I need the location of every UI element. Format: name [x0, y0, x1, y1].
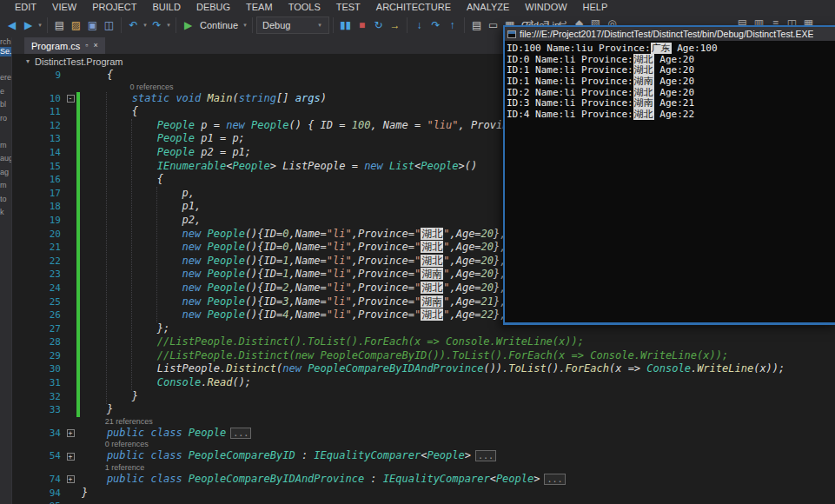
debug-config-dropdown[interactable]: Debug▾	[256, 17, 329, 34]
menu-item-edit[interactable]: EDIT	[7, 2, 44, 12]
continue-caret-icon[interactable]: ▾	[242, 22, 249, 29]
line-number[interactable]: 19	[12, 214, 64, 228]
nav-back-icon[interactable]: ◀	[3, 19, 20, 31]
code-line-54[interactable]: 54+public class PeopleCompareByID : IEqu…	[12, 449, 835, 463]
line-number[interactable]: 95	[12, 500, 64, 504]
line-number[interactable]: 13	[12, 132, 64, 146]
menu-item-architecture[interactable]: ARCHITECTURE	[368, 2, 459, 12]
fold-margin[interactable]	[64, 308, 76, 322]
fold-margin[interactable]	[64, 255, 76, 269]
tab-pin-icon[interactable]: ▫	[85, 42, 88, 50]
code-line-34[interactable]: 34+public class People...	[12, 427, 835, 441]
code-line-94[interactable]: 94}	[12, 487, 835, 501]
redo-icon[interactable]: ↷	[149, 19, 165, 31]
new-project-icon[interactable]: ▤	[51, 19, 68, 31]
line-number[interactable]: 22	[12, 255, 64, 269]
code-line-30[interactable]: 30ListPeople.Distinct(new PeopleCompareB…	[12, 362, 835, 376]
line-number[interactable]: 16	[12, 173, 64, 187]
fold-margin[interactable]	[64, 362, 76, 376]
nav-caret-icon[interactable]: ▾	[36, 22, 43, 29]
line-number[interactable]: 74	[12, 473, 64, 487]
fold-margin[interactable]	[64, 487, 76, 501]
line-number[interactable]: 10	[12, 92, 64, 106]
code-line-32[interactable]: 32}	[12, 390, 835, 404]
fold-margin[interactable]	[64, 376, 76, 390]
line-number[interactable]: 34	[12, 427, 64, 441]
code-line-95[interactable]: 95	[12, 500, 835, 504]
undo-icon[interactable]: ↶	[125, 19, 142, 31]
menu-item-team[interactable]: TEAM	[238, 2, 281, 12]
line-number[interactable]: 26	[12, 308, 64, 322]
line-number[interactable]: 94	[12, 487, 64, 501]
fold-margin[interactable]	[64, 403, 76, 417]
collapsed-region-box[interactable]: ...	[230, 428, 251, 439]
code-line-33[interactable]: 33}	[12, 403, 835, 417]
line-number[interactable]: 25	[12, 295, 64, 309]
menu-item-test[interactable]: TEST	[328, 2, 368, 12]
document-outline-icon[interactable]: ▤	[468, 19, 485, 31]
tab-close-icon[interactable]: ×	[93, 42, 97, 50]
line-number[interactable]: 24	[12, 282, 64, 295]
fold-margin[interactable]	[64, 132, 76, 146]
line-number[interactable]: 17	[12, 187, 64, 201]
collapsed-region-box[interactable]: ...	[475, 450, 496, 461]
fold-margin[interactable]	[64, 349, 76, 363]
fold-margin[interactable]: -	[64, 92, 76, 106]
line-number[interactable]: 33	[12, 403, 64, 417]
menu-item-help[interactable]: HELP	[575, 2, 616, 12]
code-line-74[interactable]: 74+public class PeopleCompareByIDAndProv…	[12, 473, 835, 487]
break-all-icon[interactable]: ▮▮	[337, 19, 354, 31]
panel-selected-item[interactable]: Se...	[0, 47, 11, 56]
fold-margin[interactable]	[64, 214, 76, 228]
menu-item-window[interactable]: WINDOW	[517, 2, 574, 12]
menu-item-build[interactable]: BUILD	[145, 2, 189, 12]
fold-margin[interactable]	[64, 146, 76, 160]
redo-caret-icon[interactable]: ▾	[165, 22, 172, 29]
panel-item-fragment[interactable]: aug	[0, 152, 11, 166]
line-number[interactable]: 21	[12, 241, 64, 255]
panel-item-fragment[interactable]: bl	[0, 98, 11, 112]
nav-forward-icon[interactable]: ▶	[20, 19, 36, 31]
fold-toggle-icon[interactable]: +	[67, 429, 75, 437]
menu-item-project[interactable]: PROJECT	[84, 2, 144, 12]
fold-margin[interactable]: +	[64, 449, 76, 463]
save-all-icon[interactable]: ◫	[101, 19, 117, 31]
line-number[interactable]: 15	[12, 160, 64, 174]
panel-item-fragment[interactable]: e	[0, 85, 11, 99]
console-window[interactable]: file:///E:/Project2017/DistinctTest/Dist…	[503, 25, 835, 325]
line-number[interactable]: 54	[12, 449, 64, 463]
fold-margin[interactable]	[64, 160, 76, 174]
codelens-references[interactable]: 1 reference	[12, 463, 835, 473]
fold-margin[interactable]	[64, 322, 76, 336]
panel-item-fragment[interactable]: ro	[0, 112, 11, 126]
fold-margin[interactable]	[64, 241, 76, 255]
panel-item-fragment[interactable]: m	[0, 179, 11, 193]
line-number[interactable]: 20	[12, 228, 64, 242]
line-number[interactable]: 23	[12, 268, 64, 282]
line-number[interactable]: 27	[12, 322, 64, 336]
line-number[interactable]: 28	[12, 335, 64, 349]
menu-item-analyze[interactable]: ANALYZE	[459, 2, 517, 12]
fold-margin[interactable]	[64, 268, 76, 282]
open-file-icon[interactable]: ▨	[68, 19, 84, 31]
show-next-statement-icon[interactable]: →	[387, 19, 403, 31]
step-out-icon[interactable]: ↑	[444, 19, 461, 31]
line-number[interactable]: 9	[12, 69, 64, 83]
code-line-29[interactable]: 29//ListPeople.Distinct(new PeopleCompar…	[12, 349, 835, 363]
restart-icon[interactable]: ↻	[370, 19, 387, 31]
line-number[interactable]: 32	[12, 390, 64, 404]
fold-margin[interactable]	[64, 105, 76, 119]
fold-toggle-icon[interactable]: +	[67, 475, 75, 483]
console-titlebar[interactable]: file:///E:/Project2017/DistinctTest/Dist…	[505, 27, 835, 41]
line-number[interactable]: 31	[12, 376, 64, 390]
fold-margin[interactable]	[64, 228, 76, 242]
line-number[interactable]: 18	[12, 200, 64, 214]
undo-caret-icon[interactable]: ▾	[142, 22, 149, 29]
tab-program-cs[interactable]: Program.cs ▫ ×	[24, 37, 105, 54]
fold-margin[interactable]	[64, 500, 76, 504]
menu-item-view[interactable]: VIEW	[44, 2, 84, 12]
fold-margin[interactable]: +	[64, 427, 76, 441]
fold-margin[interactable]	[64, 187, 76, 201]
fold-margin[interactable]: +	[64, 473, 76, 487]
continue-icon[interactable]: ▶	[180, 19, 196, 31]
